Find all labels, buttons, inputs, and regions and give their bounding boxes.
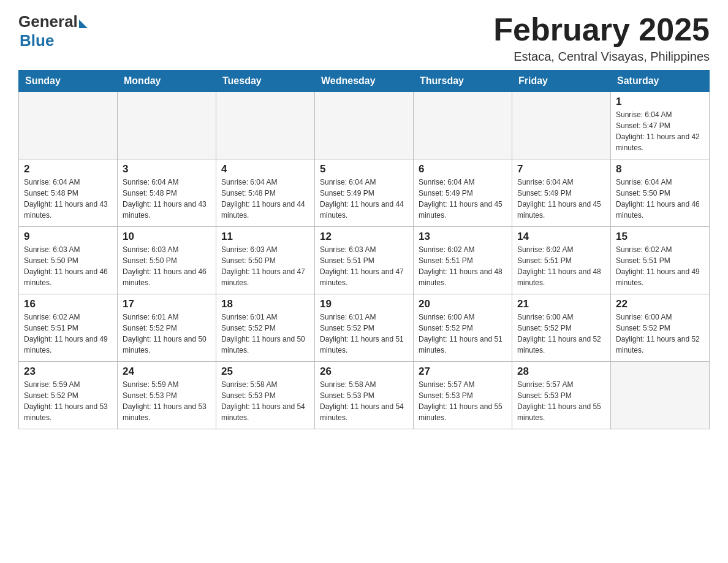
day-number: 12 [320, 231, 408, 243]
calendar-cell: 18Sunrise: 6:01 AMSunset: 5:52 PMDayligh… [216, 294, 315, 362]
calendar-cell [118, 92, 216, 159]
day-number: 21 [517, 298, 605, 310]
calendar-cell: 7Sunrise: 6:04 AMSunset: 5:49 PMDaylight… [512, 159, 611, 227]
calendar-cell: 11Sunrise: 6:03 AMSunset: 5:50 PMDayligh… [216, 227, 315, 294]
day-header-friday: Friday [512, 71, 611, 92]
calendar-week-row: 16Sunrise: 6:02 AMSunset: 5:51 PMDayligh… [19, 294, 710, 362]
calendar-cell: 19Sunrise: 6:01 AMSunset: 5:52 PMDayligh… [315, 294, 414, 362]
day-info: Sunrise: 5:57 AMSunset: 5:53 PMDaylight:… [419, 379, 507, 423]
day-number: 2 [24, 163, 112, 175]
calendar-cell: 2Sunrise: 6:04 AMSunset: 5:48 PMDaylight… [19, 159, 118, 227]
day-info: Sunrise: 6:04 AMSunset: 5:50 PMDaylight:… [616, 177, 704, 221]
day-header-saturday: Saturday [611, 71, 710, 92]
day-info: Sunrise: 6:01 AMSunset: 5:52 PMDaylight:… [123, 312, 211, 356]
day-info: Sunrise: 6:01 AMSunset: 5:52 PMDaylight:… [320, 312, 408, 356]
day-number: 28 [517, 366, 605, 378]
day-header-wednesday: Wednesday [315, 71, 414, 92]
calendar-cell: 24Sunrise: 5:59 AMSunset: 5:53 PMDayligh… [118, 362, 216, 429]
day-number: 5 [320, 163, 408, 175]
calendar-title: February 2025 [493, 12, 710, 47]
calendar-header: SundayMondayTuesdayWednesdayThursdayFrid… [19, 71, 710, 92]
day-info: Sunrise: 6:04 AMSunset: 5:49 PMDaylight:… [419, 177, 507, 221]
days-header-row: SundayMondayTuesdayWednesdayThursdayFrid… [19, 71, 710, 92]
day-info: Sunrise: 6:04 AMSunset: 5:48 PMDaylight:… [221, 177, 309, 221]
calendar-cell: 4Sunrise: 6:04 AMSunset: 5:48 PMDaylight… [216, 159, 315, 227]
day-info: Sunrise: 5:57 AMSunset: 5:53 PMDaylight:… [517, 379, 605, 423]
day-info: Sunrise: 6:01 AMSunset: 5:52 PMDaylight:… [221, 312, 309, 356]
day-number: 14 [517, 231, 605, 243]
calendar-cell [216, 92, 315, 159]
calendar-cell: 21Sunrise: 6:00 AMSunset: 5:52 PMDayligh… [512, 294, 611, 362]
day-info: Sunrise: 6:02 AMSunset: 5:51 PMDaylight:… [419, 244, 507, 288]
day-number: 16 [24, 298, 112, 310]
day-header-thursday: Thursday [414, 71, 512, 92]
page-header: General Blue February 2025 Estaca, Centr… [18, 12, 710, 64]
calendar-cell: 22Sunrise: 6:00 AMSunset: 5:52 PMDayligh… [611, 294, 710, 362]
calendar-cell: 26Sunrise: 5:58 AMSunset: 5:53 PMDayligh… [315, 362, 414, 429]
day-info: Sunrise: 6:00 AMSunset: 5:52 PMDaylight:… [517, 312, 605, 356]
day-number: 23 [24, 366, 112, 378]
day-number: 9 [24, 231, 112, 243]
calendar-cell: 8Sunrise: 6:04 AMSunset: 5:50 PMDaylight… [611, 159, 710, 227]
calendar-week-row: 1Sunrise: 6:04 AMSunset: 5:47 PMDaylight… [19, 92, 710, 159]
calendar-cell: 16Sunrise: 6:02 AMSunset: 5:51 PMDayligh… [19, 294, 118, 362]
day-number: 3 [123, 163, 211, 175]
day-number: 20 [419, 298, 507, 310]
day-number: 26 [320, 366, 408, 378]
calendar-cell: 1Sunrise: 6:04 AMSunset: 5:47 PMDaylight… [611, 92, 710, 159]
day-info: Sunrise: 6:04 AMSunset: 5:48 PMDaylight:… [123, 177, 211, 221]
day-header-monday: Monday [118, 71, 216, 92]
day-number: 11 [221, 231, 309, 243]
day-number: 25 [221, 366, 309, 378]
day-info: Sunrise: 5:59 AMSunset: 5:52 PMDaylight:… [24, 379, 112, 423]
calendar-cell: 15Sunrise: 6:02 AMSunset: 5:51 PMDayligh… [611, 227, 710, 294]
day-info: Sunrise: 6:04 AMSunset: 5:48 PMDaylight:… [24, 177, 112, 221]
day-number: 1 [616, 96, 704, 108]
day-header-sunday: Sunday [19, 71, 118, 92]
day-info: Sunrise: 6:04 AMSunset: 5:47 PMDaylight:… [616, 109, 704, 153]
day-number: 10 [123, 231, 211, 243]
logo-general-text: General [18, 12, 78, 31]
day-number: 13 [419, 231, 507, 243]
calendar-cell: 20Sunrise: 6:00 AMSunset: 5:52 PMDayligh… [414, 294, 512, 362]
day-number: 27 [419, 366, 507, 378]
logo-group: General Blue [18, 12, 88, 50]
calendar-cell: 25Sunrise: 5:58 AMSunset: 5:53 PMDayligh… [216, 362, 315, 429]
day-number: 17 [123, 298, 211, 310]
day-info: Sunrise: 5:59 AMSunset: 5:53 PMDaylight:… [123, 379, 211, 423]
day-info: Sunrise: 6:03 AMSunset: 5:50 PMDaylight:… [24, 244, 112, 288]
calendar-cell [315, 92, 414, 159]
logo-top-row: General [18, 12, 88, 31]
calendar-week-row: 9Sunrise: 6:03 AMSunset: 5:50 PMDaylight… [19, 227, 710, 294]
calendar-cell: 28Sunrise: 5:57 AMSunset: 5:53 PMDayligh… [512, 362, 611, 429]
day-number: 15 [616, 231, 704, 243]
calendar-week-row: 2Sunrise: 6:04 AMSunset: 5:48 PMDaylight… [19, 159, 710, 227]
day-number: 4 [221, 163, 309, 175]
day-info: Sunrise: 5:58 AMSunset: 5:53 PMDaylight:… [221, 379, 309, 423]
calendar-table: SundayMondayTuesdayWednesdayThursdayFrid… [18, 70, 710, 429]
day-number: 8 [616, 163, 704, 175]
day-info: Sunrise: 6:02 AMSunset: 5:51 PMDaylight:… [616, 244, 704, 288]
day-info: Sunrise: 6:00 AMSunset: 5:52 PMDaylight:… [616, 312, 704, 356]
calendar-cell: 13Sunrise: 6:02 AMSunset: 5:51 PMDayligh… [414, 227, 512, 294]
day-info: Sunrise: 6:03 AMSunset: 5:50 PMDaylight:… [221, 244, 309, 288]
title-section: February 2025 Estaca, Central Visayas, P… [493, 12, 710, 64]
calendar-cell: 17Sunrise: 6:01 AMSunset: 5:52 PMDayligh… [118, 294, 216, 362]
calendar-cell: 23Sunrise: 5:59 AMSunset: 5:52 PMDayligh… [19, 362, 118, 429]
day-number: 6 [419, 163, 507, 175]
calendar-cell [414, 92, 512, 159]
calendar-cell [611, 362, 710, 429]
calendar-cell: 3Sunrise: 6:04 AMSunset: 5:48 PMDaylight… [118, 159, 216, 227]
day-header-tuesday: Tuesday [216, 71, 315, 92]
calendar-cell: 5Sunrise: 6:04 AMSunset: 5:49 PMDaylight… [315, 159, 414, 227]
calendar-cell: 9Sunrise: 6:03 AMSunset: 5:50 PMDaylight… [19, 227, 118, 294]
day-info: Sunrise: 6:00 AMSunset: 5:52 PMDaylight:… [419, 312, 507, 356]
day-number: 18 [221, 298, 309, 310]
calendar-cell: 6Sunrise: 6:04 AMSunset: 5:49 PMDaylight… [414, 159, 512, 227]
logo-blue-text: Blue [20, 31, 88, 50]
day-number: 22 [616, 298, 704, 310]
day-info: Sunrise: 6:03 AMSunset: 5:51 PMDaylight:… [320, 244, 408, 288]
logo-triangle-icon [79, 20, 88, 28]
calendar-cell [19, 92, 118, 159]
day-number: 24 [123, 366, 211, 378]
